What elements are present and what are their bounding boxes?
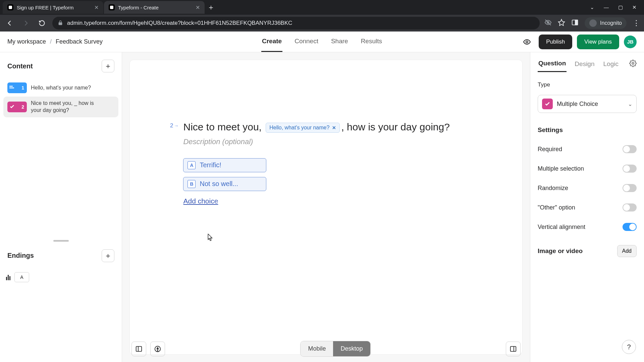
choice-b[interactable]: B Not so well... — [183, 177, 266, 191]
preview-button[interactable] — [520, 35, 534, 49]
setting-label: Randomize — [538, 185, 568, 192]
reload-button[interactable] — [36, 17, 48, 29]
canvas-area: 2 → Nice to meet you, Hello, what's your… — [122, 52, 530, 362]
eye-off-icon[interactable] — [544, 19, 552, 27]
block-label: Nice to meet you, _ how is your day goin… — [31, 100, 105, 114]
browser-tab-1[interactable]: Sign up FREE | Typeform ✕ — [3, 1, 103, 14]
sidebar: Content ＋ 1 Hello, what's your name? 2 — [0, 52, 122, 362]
tab-close-icon[interactable]: ✕ — [196, 4, 200, 11]
right-panel-tabs: Question Design Logic — [538, 56, 637, 72]
tabsearch-icon[interactable]: ⌄ — [590, 4, 594, 10]
new-tab-button[interactable]: ＋ — [205, 2, 217, 13]
toggle-multiple-selection[interactable] — [623, 165, 637, 173]
content-item-2[interactable]: 2 Nice to meet you, _ how is your day go… — [3, 97, 118, 117]
layout-panel-button[interactable] — [131, 342, 146, 356]
tab-design[interactable]: Design — [574, 56, 595, 72]
tab-share[interactable]: Share — [330, 32, 349, 52]
tab-logic[interactable]: Logic — [603, 56, 619, 72]
choice-a[interactable]: A Terrific! — [183, 158, 266, 172]
tab-close-icon[interactable]: ✕ — [94, 4, 99, 11]
device-toggle: Mobile Desktop — [300, 341, 370, 357]
svg-rect-4 — [575, 20, 578, 25]
type-label: Type — [538, 81, 637, 88]
toggle-other-option[interactable] — [623, 203, 637, 212]
recall-chip-remove-icon[interactable]: ✕ — [332, 125, 336, 131]
url-input[interactable]: admin.typeform.com/form/HgehIQU8/create?… — [52, 17, 540, 29]
forward-button[interactable] — [20, 17, 32, 29]
setting-label: "Other" option — [538, 204, 575, 211]
arrow-right-icon: → — [174, 123, 178, 128]
add-content-button[interactable]: ＋ — [102, 60, 114, 72]
toggle-randomize[interactable] — [623, 184, 637, 192]
question-canvas: 2 → Nice to meet you, Hello, what's your… — [129, 60, 523, 355]
chevron-down-icon: ⌄ — [628, 101, 632, 107]
choice-list: A Terrific! B Not so well... Add choice — [183, 158, 266, 205]
endings-list: A — [0, 267, 122, 292]
svg-point-10 — [157, 347, 158, 348]
browser-tab-2[interactable]: Typeform - Create ✕ — [104, 1, 205, 14]
view-plans-button[interactable]: View plans — [577, 35, 619, 49]
publish-button[interactable]: Publish — [539, 35, 572, 49]
breadcrumb-form-name[interactable]: Feedback Survey — [56, 38, 103, 45]
app-header: My workspace / Feedback Survey Create Co… — [0, 32, 644, 52]
toggle-required[interactable] — [623, 145, 637, 153]
url-text: admin.typeform.com/form/HgehIQU8/create?… — [67, 20, 292, 26]
star-icon[interactable] — [558, 19, 565, 27]
lock-icon — [58, 20, 63, 26]
setting-multiple-selection: Multiple selection — [538, 165, 637, 173]
kebab-icon[interactable]: ⋮ — [633, 19, 640, 27]
tab-results[interactable]: Results — [360, 32, 383, 52]
ending-item[interactable]: A — [3, 269, 118, 286]
choice-label[interactable]: Not so well... — [200, 180, 238, 188]
question-title-input[interactable]: Nice to meet you, Hello, what's your nam… — [183, 120, 495, 134]
question-body: Nice to meet you, Hello, what's your nam… — [183, 120, 495, 205]
tab-connect[interactable]: Connect — [294, 32, 319, 52]
toggle-vertical-alignment[interactable] — [623, 223, 637, 231]
content-header: Content ＋ — [0, 52, 122, 77]
breadcrumb-workspace[interactable]: My workspace — [7, 38, 46, 45]
add-ending-button[interactable]: ＋ — [102, 249, 114, 262]
help-button[interactable]: ? — [622, 340, 636, 354]
block-number: 2 — [21, 104, 24, 110]
window-controls: ⌄ — ▢ ✕ — [590, 4, 641, 10]
content-list: 1 Hello, what's your name? 2 Nice to mee… — [0, 77, 122, 119]
avatar[interactable]: JB — [624, 36, 637, 48]
right-panel-toggle-button[interactable] — [506, 342, 521, 356]
typeform-favicon-icon — [7, 4, 13, 10]
choice-label[interactable]: Terrific! — [200, 161, 221, 169]
question-type-select[interactable]: Multiple Choice ⌄ — [538, 95, 637, 113]
tab-strip: Sign up FREE | Typeform ✕ Typeform - Cre… — [0, 0, 644, 15]
incognito-badge[interactable]: Incognito — [585, 17, 627, 29]
tab-question[interactable]: Question — [538, 56, 567, 72]
header-actions: Publish View plans JB — [520, 35, 637, 49]
minimize-icon[interactable]: — — [604, 4, 609, 10]
content-item-1[interactable]: 1 Hello, what's your name? — [3, 79, 118, 97]
back-button[interactable] — [4, 17, 15, 29]
incognito-icon — [589, 19, 597, 27]
recall-chip[interactable]: Hello, what's your name?✕ — [266, 123, 340, 133]
svg-rect-7 — [9, 87, 14, 88]
media-label: Image or video — [538, 247, 583, 255]
accessibility-button[interactable] — [150, 342, 165, 356]
incognito-label: Incognito — [600, 20, 622, 26]
tab-title: Typeform - Create — [118, 5, 192, 10]
tab-create[interactable]: Create — [261, 32, 282, 52]
gear-icon[interactable] — [629, 60, 637, 68]
question-description-input[interactable]: Description (optional) — [183, 137, 495, 146]
browser-chrome: Sign up FREE | Typeform ✕ Typeform - Cre… — [0, 0, 644, 32]
device-mobile-button[interactable]: Mobile — [301, 341, 333, 356]
add-choice-button[interactable]: Add choice — [183, 197, 218, 205]
title-after: , how is your day going? — [341, 121, 450, 132]
block-type-badge: 1 — [7, 82, 27, 93]
svg-rect-11 — [511, 346, 516, 351]
add-media-button[interactable]: Add — [617, 245, 637, 257]
device-desktop-button[interactable]: Desktop — [333, 341, 370, 356]
ending-icon — [6, 274, 10, 280]
close-icon[interactable]: ✕ — [632, 4, 637, 10]
type-value: Multiple Choice — [557, 101, 624, 108]
panel-icon[interactable] — [571, 19, 579, 27]
breadcrumb: My workspace / Feedback Survey — [7, 38, 103, 45]
address-bar: admin.typeform.com/form/HgehIQU8/create?… — [0, 15, 644, 32]
ending-key: A — [14, 272, 29, 282]
maximize-icon[interactable]: ▢ — [618, 4, 623, 10]
